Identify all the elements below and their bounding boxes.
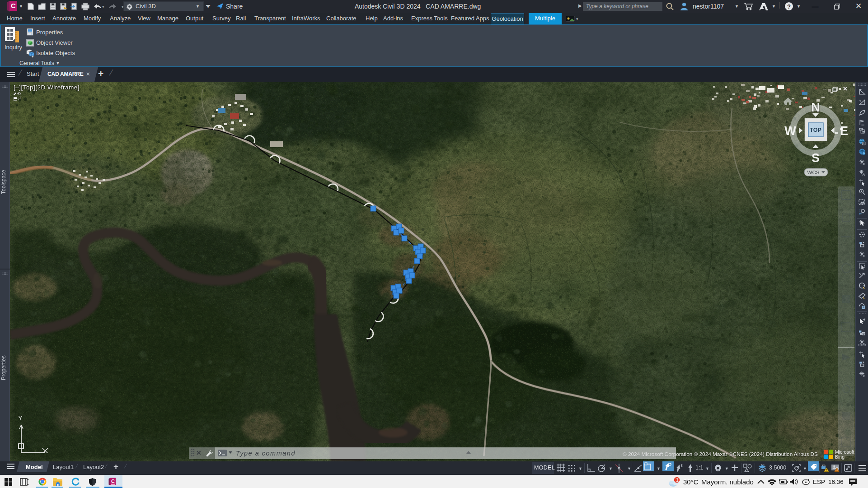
svg-text:#: # bbox=[863, 374, 865, 377]
svg-text:Bing: Bing bbox=[835, 454, 845, 460]
svg-text:C: C bbox=[11, 2, 16, 9]
svg-text:#: # bbox=[863, 162, 865, 166]
svg-text:WCS: WCS bbox=[807, 170, 820, 175]
svg-text:#: # bbox=[863, 254, 865, 258]
svg-text:TOP: TOP bbox=[810, 127, 821, 133]
svg-text:?: ? bbox=[787, 3, 791, 10]
svg-text:S: S bbox=[812, 151, 820, 165]
svg-text:C: C bbox=[111, 479, 115, 484]
svg-text:N: N bbox=[811, 101, 820, 114]
svg-text:1: 1 bbox=[676, 477, 679, 483]
svg-text:▾: ▾ bbox=[576, 17, 578, 21]
svg-text:Y: Y bbox=[18, 415, 23, 422]
svg-text:W: W bbox=[784, 124, 796, 138]
svg-text:E: E bbox=[840, 124, 848, 138]
svg-text:A: A bbox=[863, 172, 865, 176]
svg-text:▾: ▾ bbox=[102, 5, 104, 9]
